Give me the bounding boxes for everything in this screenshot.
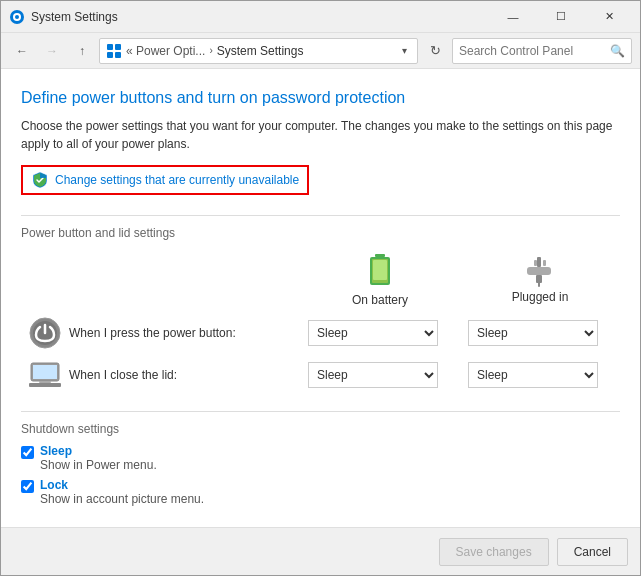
lock-sublabel: Show in account picture menu.: [40, 492, 204, 506]
change-settings-link[interactable]: Change settings that are currently unava…: [21, 165, 309, 195]
address-bar: « Power Opti... › System Settings ▾: [99, 38, 418, 64]
lid-battery-cell: Sleep Hibernate Shut down Turn off the d…: [300, 355, 460, 395]
power-button-row: When I press the power button: Sleep Hib…: [21, 311, 620, 355]
address-dropdown-button[interactable]: ▾: [398, 45, 411, 56]
svg-rect-12: [527, 267, 551, 275]
breadcrumb-separator: ›: [209, 45, 212, 56]
window-controls: — ☐ ✕: [490, 2, 632, 32]
svg-rect-14: [538, 281, 540, 287]
back-button[interactable]: ←: [9, 38, 35, 64]
sleep-label[interactable]: Sleep: [40, 444, 157, 458]
svg-rect-10: [373, 260, 387, 280]
sleep-sublabel: Show in Power menu.: [40, 458, 157, 472]
lid-battery-select[interactable]: Sleep Hibernate Shut down Turn off the d…: [308, 362, 438, 388]
title-bar: System Settings — ☐ ✕: [1, 1, 640, 33]
up-button[interactable]: ↑: [69, 38, 95, 64]
svg-rect-7: [375, 254, 385, 257]
page-description: Choose the power settings that you want …: [21, 117, 620, 153]
svg-rect-20: [33, 365, 57, 379]
nav-bar: ← → ↑ « Power Opti... › System Settings …: [1, 33, 640, 69]
search-box: 🔍: [452, 38, 632, 64]
lock-checkbox-row: Lock Show in account picture menu.: [21, 478, 620, 506]
shutdown-divider: [21, 411, 620, 412]
close-lid-label: When I close the lid:: [69, 368, 177, 382]
power-button-icon: [29, 317, 61, 349]
power-settings-table: On battery: [21, 250, 620, 395]
content-area: Define power buttons and turn on passwor…: [1, 69, 640, 527]
col-header-battery: On battery: [300, 250, 460, 311]
search-icon: 🔍: [610, 44, 625, 58]
power-button-battery-select[interactable]: Sleep Hibernate Shut down Turn off the d…: [308, 320, 438, 346]
minimize-button[interactable]: —: [490, 2, 536, 32]
svg-point-2: [15, 15, 19, 19]
power-plugged-cell: Sleep Hibernate Shut down Turn off the d…: [460, 311, 620, 355]
col-header-setting: [21, 250, 300, 311]
svg-rect-22: [39, 381, 51, 383]
power-button-plugged-select[interactable]: Sleep Hibernate Shut down Turn off the d…: [468, 320, 598, 346]
window-icon: [9, 9, 25, 25]
search-input[interactable]: [459, 44, 610, 58]
refresh-button[interactable]: ↻: [422, 38, 448, 64]
svg-rect-15: [534, 260, 537, 266]
save-changes-button[interactable]: Save changes: [439, 538, 549, 566]
page-title: Define power buttons and turn on passwor…: [21, 89, 620, 107]
forward-button[interactable]: →: [39, 38, 65, 64]
sleep-checkbox-row: Sleep Show in Power menu.: [21, 444, 620, 472]
svg-rect-3: [107, 44, 113, 50]
svg-rect-21: [29, 383, 61, 387]
lock-label-group: Lock Show in account picture menu.: [40, 478, 204, 506]
breadcrumb-part1: « Power Opti...: [126, 44, 205, 58]
section-divider: [21, 215, 620, 216]
window-title: System Settings: [31, 10, 490, 24]
lock-checkbox[interactable]: [21, 480, 34, 493]
close-lid-row: When I close the lid: Sleep Hibernate Sh…: [21, 355, 620, 395]
power-section-label: Power button and lid settings: [21, 226, 620, 240]
svg-rect-4: [115, 44, 121, 50]
svg-rect-5: [107, 52, 113, 58]
svg-rect-6: [115, 52, 121, 58]
svg-rect-11: [537, 257, 541, 267]
sleep-checkbox[interactable]: [21, 446, 34, 459]
shield-icon: [31, 171, 49, 189]
sleep-label-group: Sleep Show in Power menu.: [40, 444, 157, 472]
battery-icon: [368, 254, 392, 290]
plug-icon: [525, 257, 555, 287]
cancel-button[interactable]: Cancel: [557, 538, 628, 566]
control-panel-icon: [106, 43, 122, 59]
breadcrumb-part2: System Settings: [217, 44, 304, 58]
change-settings-text: Change settings that are currently unava…: [55, 173, 299, 187]
shutdown-section-label: Shutdown settings: [21, 422, 620, 436]
svg-rect-16: [543, 260, 546, 266]
power-battery-cell: Sleep Hibernate Shut down Turn off the d…: [300, 311, 460, 355]
col-header-plugged: Plugged in: [460, 250, 620, 311]
laptop-icon: [29, 361, 61, 389]
maximize-button[interactable]: ☐: [538, 2, 584, 32]
lid-plugged-cell: Sleep Hibernate Shut down Turn off the d…: [460, 355, 620, 395]
footer: Save changes Cancel: [1, 527, 640, 575]
lid-plugged-select[interactable]: Sleep Hibernate Shut down Turn off the d…: [468, 362, 598, 388]
lock-label[interactable]: Lock: [40, 478, 204, 492]
close-button[interactable]: ✕: [586, 2, 632, 32]
main-window: System Settings — ☐ ✕ ← → ↑ « Power Opti…: [0, 0, 641, 576]
power-button-label: When I press the power button:: [69, 326, 236, 340]
